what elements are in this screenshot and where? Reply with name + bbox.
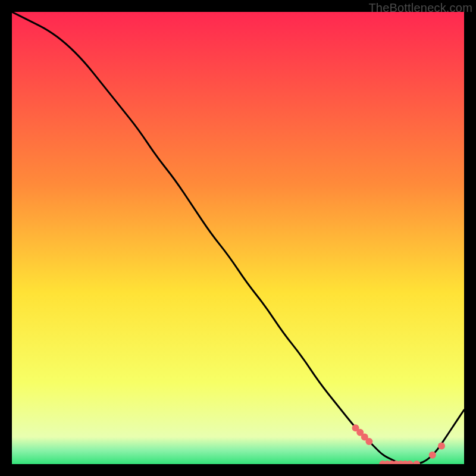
highlight-dot bbox=[438, 443, 445, 450]
chart-svg bbox=[12, 12, 464, 464]
highlight-dot bbox=[429, 452, 436, 459]
highlight-dot bbox=[365, 438, 372, 445]
chart-frame: TheBottleneck.com bbox=[0, 0, 476, 476]
gradient-background bbox=[12, 12, 464, 464]
chart-plot-area bbox=[12, 12, 464, 464]
attribution-text: TheBottleneck.com bbox=[368, 1, 472, 15]
